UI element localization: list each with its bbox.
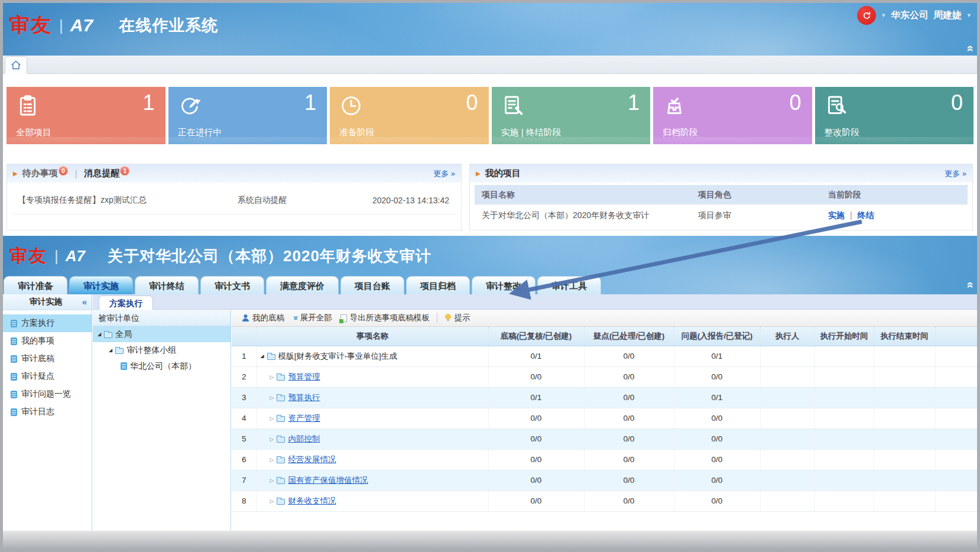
item-name-link[interactable]: 财务收支情况 bbox=[288, 496, 336, 506]
tree-node-audit-team[interactable]: 审计整体小组 bbox=[93, 342, 231, 358]
tab-audit-tools[interactable]: 审计工具 bbox=[537, 276, 601, 294]
tree-node-label: 全局 bbox=[115, 329, 132, 340]
stat-card-all-projects[interactable]: 1 全部项目 bbox=[7, 87, 166, 144]
column-project-role: 项目角色 bbox=[698, 190, 828, 200]
expand-caret-icon[interactable] bbox=[98, 332, 101, 337]
projects-more-link[interactable]: 更多 » bbox=[945, 168, 966, 179]
expand-caret-icon[interactable] bbox=[261, 353, 264, 359]
sidebar-item-audit-log[interactable]: 审计日志 bbox=[0, 403, 92, 421]
collapse-header-icon[interactable] bbox=[965, 45, 976, 51]
stage-termination-link[interactable]: 终结 bbox=[857, 210, 874, 220]
collapsed-caret-icon[interactable] bbox=[270, 395, 274, 401]
tab-satisfaction-evaluation[interactable]: 满意度评价 bbox=[266, 276, 339, 294]
sidebar-item-my-items[interactable]: 我的事项 bbox=[0, 332, 92, 350]
todo-more-link[interactable]: 更多 » bbox=[433, 168, 455, 179]
message-count-badge: 1 bbox=[120, 166, 129, 176]
document-icon bbox=[11, 408, 17, 416]
document-icon bbox=[11, 391, 17, 398]
tree-node-north-china-company[interactable]: 华北公司（本部） bbox=[93, 358, 231, 374]
item-name-link[interactable]: 预算管理 bbox=[288, 372, 320, 382]
tab-todo-items[interactable]: 待办事项0 bbox=[22, 168, 68, 179]
stage-implementation-link[interactable]: 实施 bbox=[828, 210, 845, 220]
stat-card-label: 整改阶段 bbox=[825, 127, 860, 138]
collapsed-caret-icon[interactable] bbox=[270, 498, 274, 504]
collapsed-caret-icon[interactable] bbox=[270, 436, 274, 442]
archive-check-icon bbox=[663, 94, 686, 118]
collapse-header-icon[interactable] bbox=[965, 281, 976, 288]
filler-cell bbox=[935, 428, 980, 449]
item-name-link[interactable]: 内部控制 bbox=[288, 434, 320, 444]
column-end-time: 执行结束时间 bbox=[874, 327, 935, 346]
document-icon bbox=[11, 337, 17, 345]
double-chevron-down-icon bbox=[291, 316, 299, 320]
collapsed-caret-icon[interactable] bbox=[270, 374, 274, 380]
expand-all-button[interactable]: 展开全部 bbox=[288, 311, 336, 324]
tab-audit-implementation[interactable]: 审计实施 bbox=[69, 276, 133, 294]
collapsed-caret-icon[interactable] bbox=[270, 478, 274, 483]
refresh-button[interactable] bbox=[857, 6, 876, 25]
item-name-link[interactable]: 经营发展情况 bbox=[288, 454, 336, 465]
chevron-down-icon[interactable] bbox=[881, 12, 886, 18]
sidebar-collapse-icon[interactable] bbox=[82, 297, 87, 307]
sidebar-item-audit-drafts[interactable]: 审计底稿 bbox=[0, 350, 92, 368]
subtab-plan-execution[interactable]: 方案执行 bbox=[99, 296, 153, 310]
tab-audit-termination[interactable]: 审计终结 bbox=[135, 276, 199, 294]
tab-messages[interactable]: 消息提醒1 bbox=[84, 168, 129, 179]
sidebar-item-plan-execution[interactable]: 方案执行 bbox=[0, 314, 92, 332]
tab-todo-label: 待办事项 bbox=[22, 168, 58, 178]
product-logo: A7 bbox=[66, 247, 85, 265]
tab-project-archive[interactable]: 项目归档 bbox=[406, 276, 470, 294]
stat-cards: 1 全部项目 1 正在进行中 0 准备阶段 1 实施 | 终结阶段 bbox=[7, 87, 973, 144]
tree-node-label: 华北公司（本部） bbox=[130, 361, 196, 372]
stat-card-in-progress[interactable]: 1 正在进行中 bbox=[168, 87, 327, 144]
tab-audit-rectification[interactable]: 审计整改 bbox=[472, 276, 536, 294]
todo-panel-header: 待办事项0 | 消息提醒1 更多 » bbox=[7, 164, 461, 183]
message-source: 系统自动提醒 bbox=[205, 195, 320, 206]
item-name[interactable]: 模版[财务收支审计-事业单位]生成 bbox=[278, 351, 397, 362]
item-name-link[interactable]: 资产管理 bbox=[288, 413, 320, 424]
stat-card-implementation[interactable]: 1 实施 | 终结阶段 bbox=[492, 87, 651, 144]
executor bbox=[760, 346, 814, 366]
my-drafts-button[interactable]: 我的底稿 bbox=[238, 311, 288, 324]
tab-audit-documents[interactable]: 审计文书 bbox=[200, 276, 264, 294]
audited-units-tree: 被审计单位 全局 审计整体小组 华北公司（本部） bbox=[93, 310, 231, 531]
sidebar-item-audit-issues[interactable]: 审计问题一览 bbox=[0, 385, 92, 403]
stat-card-preparation[interactable]: 0 准备阶段 bbox=[330, 87, 489, 144]
tip-button[interactable]: 提示 bbox=[440, 311, 475, 324]
expand-caret-icon[interactable] bbox=[109, 348, 112, 353]
stat-card-archive[interactable]: 0 归档阶段 bbox=[653, 87, 812, 144]
items-main-area: 我的底稿 展开全部 导出所选事项底稿模板 bbox=[232, 310, 980, 531]
doubt-count: 0/0 bbox=[584, 449, 674, 470]
folder-icon bbox=[104, 332, 112, 338]
stat-card-label: 准备阶段 bbox=[339, 127, 375, 138]
tab-audit-preparation[interactable]: 审计准备 bbox=[4, 276, 67, 294]
brand-separator: | bbox=[54, 247, 59, 265]
folder-icon bbox=[277, 437, 285, 443]
user-org: 华东公司 bbox=[891, 9, 929, 22]
message-row[interactable]: 【专项填报任务提醒】zxp测试汇总 系统自动提醒 2020-02-13 14:1… bbox=[13, 186, 455, 215]
user-name: 周建婕 bbox=[933, 9, 962, 22]
export-template-button[interactable]: 导出所选事项底稿模板 bbox=[336, 311, 434, 324]
item-name-link[interactable]: 国有资产保值增值情况 bbox=[288, 475, 368, 486]
stat-card-label: 正在进行中 bbox=[178, 127, 222, 138]
stat-card-label: 全部项目 bbox=[16, 127, 51, 138]
message-time: 2020-02-13 14:13:42 bbox=[320, 196, 455, 205]
row-number: 6 bbox=[232, 449, 257, 470]
table-row: 3 预算执行 0/1 0/0 0/1 bbox=[232, 387, 980, 408]
sidebar-item-label: 审计疑点 bbox=[21, 371, 54, 382]
item-name-link[interactable]: 预算执行 bbox=[288, 392, 320, 403]
sidebar-header: 审计实施 bbox=[0, 294, 92, 310]
brand-logo: 审友 bbox=[9, 244, 47, 268]
chevron-down-icon[interactable] bbox=[966, 12, 972, 18]
sidebar-item-audit-doubts[interactable]: 审计疑点 bbox=[0, 368, 92, 385]
home-tab[interactable] bbox=[5, 56, 27, 74]
stat-card-rectification[interactable]: 0 整改阶段 bbox=[815, 87, 974, 144]
issue-count: 0/0 bbox=[674, 470, 760, 491]
tree-node-global[interactable]: 全局 bbox=[93, 326, 231, 342]
tab-project-ledger[interactable]: 项目台账 bbox=[340, 276, 404, 294]
collapsed-caret-icon[interactable] bbox=[270, 457, 274, 463]
sidebar-item-label: 审计日志 bbox=[21, 407, 54, 417]
collapsed-caret-icon[interactable] bbox=[270, 415, 274, 421]
wrench-document-icon bbox=[825, 94, 848, 118]
user-info[interactable]: 华东公司 周建婕 bbox=[891, 9, 962, 22]
